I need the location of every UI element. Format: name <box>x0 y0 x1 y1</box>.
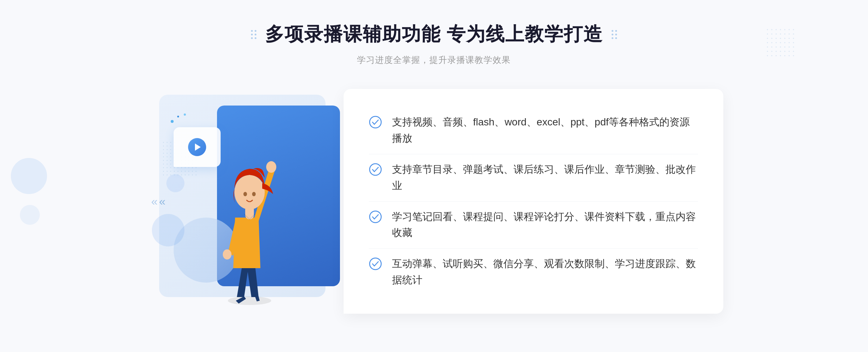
feature-text-2: 支持章节目录、弹题考试、课后练习、课后作业、章节测验、批改作业 <box>392 162 698 194</box>
svg-point-14 <box>370 258 381 270</box>
title-decoration-left <box>251 30 256 39</box>
sparkle-2 <box>177 116 179 117</box>
feature-item-1: 支持视频、音频、flash、word、excel、ppt、pdf等各种格式的资源… <box>369 107 698 154</box>
deco-circle-small <box>152 214 184 246</box>
svg-point-11 <box>370 116 381 128</box>
title-decoration-right <box>612 30 617 39</box>
feature-text-1: 支持视频、音频、flash、word、excel、ppt、pdf等各种格式的资源… <box>392 114 698 147</box>
dots-pattern-right <box>767 29 796 59</box>
left-chevrons: « « <box>151 195 166 208</box>
check-icon-1 <box>369 116 382 129</box>
svg-point-12 <box>370 164 381 175</box>
svg-point-13 <box>370 211 381 223</box>
check-icon-2 <box>369 163 382 176</box>
header-section: 多项录播课辅助功能 专为线上教学打造 学习进度全掌握，提升录播课教学效果 <box>251 0 617 66</box>
deco-circle-left-small <box>20 205 40 225</box>
feature-item-3: 学习笔记回看、课程提问、课程评论打分、课件资料下载，重点内容收藏 <box>369 202 698 249</box>
content-panel: 支持视频、音频、flash、word、excel、ppt、pdf等各种格式的资源… <box>344 89 723 313</box>
illustration-wrapper: « « <box>145 84 354 319</box>
feature-text-4: 互动弹幕、试听购买、微信分享、观看次数限制、学习进度跟踪、数据统计 <box>392 256 698 288</box>
svg-point-10 <box>223 249 231 259</box>
sparkle-3 <box>184 113 186 116</box>
deco-circle-left-large <box>11 158 47 194</box>
svg-point-8 <box>252 192 256 196</box>
person-illustration <box>192 113 307 315</box>
svg-point-4 <box>228 296 271 305</box>
check-icon-3 <box>369 210 382 223</box>
page-container: 多项录播课辅助功能 专为线上教学打造 学习进度全掌握，提升录播课教学效果 <box>0 0 868 352</box>
check-icon-4 <box>369 257 382 270</box>
feature-item-2: 支持章节目录、弹题考试、课后练习、课后作业、章节测验、批改作业 <box>369 154 698 202</box>
svg-point-9 <box>266 161 276 173</box>
svg-point-7 <box>243 192 247 196</box>
main-content: « « 支持视频、音频、flash、word、excel、ppt、pdf等各种格… <box>145 84 723 319</box>
page-subtitle: 学习进度全掌握，提升录播课教学效果 <box>251 54 617 66</box>
svg-rect-1 <box>767 29 796 58</box>
title-row: 多项录播课辅助功能 专为线上教学打造 <box>251 22 617 47</box>
sparkle-1 <box>171 120 174 123</box>
page-title: 多项录播课辅助功能 专为线上教学打造 <box>265 22 603 47</box>
svg-point-6 <box>234 175 265 210</box>
feature-item-4: 互动弹幕、试听购买、微信分享、观看次数限制、学习进度跟踪、数据统计 <box>369 249 698 296</box>
feature-text-3: 学习笔记回看、课程提问、课程评论打分、课件资料下载，重点内容收藏 <box>392 209 698 241</box>
